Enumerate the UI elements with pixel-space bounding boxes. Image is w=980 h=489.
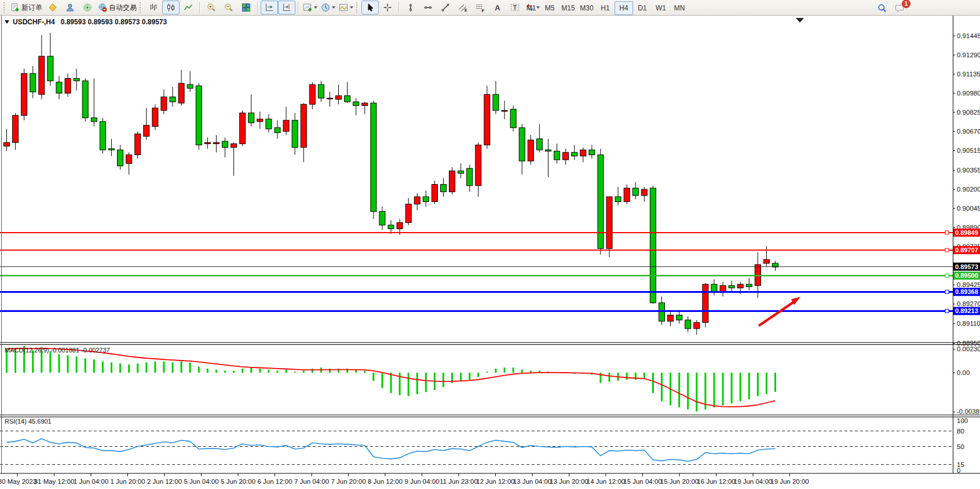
timeframe-button-w1[interactable]: W1 xyxy=(652,1,670,15)
macd-histogram-bar xyxy=(76,356,78,373)
periods-button[interactable] xyxy=(319,1,337,14)
candle-body-down xyxy=(388,225,394,229)
candle-body-up xyxy=(624,188,630,201)
rsi-axis-label: 50 xyxy=(957,443,964,450)
trendline-icon xyxy=(441,3,450,12)
channel-button[interactable]: E xyxy=(454,1,471,14)
price-line-badge-label: 0.89573 xyxy=(955,263,978,270)
auto-trading-button[interactable]: 自动交易 xyxy=(96,1,138,14)
auto-scroll-button[interactable] xyxy=(278,1,295,14)
hline-anchor[interactable] xyxy=(945,309,949,312)
macd-histogram-bar xyxy=(626,373,628,380)
candle-body-up xyxy=(703,284,708,322)
candle-body-down xyxy=(423,197,429,202)
macd-histogram-bar xyxy=(32,350,34,373)
crosshair-button[interactable] xyxy=(379,1,396,14)
candle-body-up xyxy=(476,145,481,186)
candle-body-down xyxy=(82,81,88,118)
timeframe-button-h4[interactable]: H4 xyxy=(615,1,633,15)
macd-histogram-bar xyxy=(609,373,610,382)
chat-button[interactable]: 1 xyxy=(891,1,908,15)
text-label-icon: T xyxy=(510,3,520,12)
hline-anchor[interactable] xyxy=(945,274,949,277)
new-order-label: 新订单 xyxy=(21,3,42,13)
indicator-list-button[interactable] xyxy=(44,1,61,14)
price-axis-label: 0.90515 xyxy=(957,147,980,154)
sonar-button[interactable] xyxy=(79,1,96,14)
chart-canvas[interactable]: 0.914450.912900.911350.909800.908250.906… xyxy=(0,16,980,489)
toolbar-right-icons: 1 xyxy=(873,1,908,15)
fibonacci-button[interactable]: F xyxy=(471,1,489,14)
timeframe-button-m1[interactable]: M1 xyxy=(522,1,540,15)
candle-body-up xyxy=(763,260,769,263)
price-axis-label: 0.90980 xyxy=(957,90,980,97)
candle-body-down xyxy=(510,109,516,128)
timeframe-button-m5[interactable]: M5 xyxy=(540,1,559,15)
price-axis-label: 0.89110 xyxy=(957,320,980,327)
zoom-out-button[interactable] xyxy=(220,1,237,14)
macd-axis-label: 0.002305 xyxy=(957,345,980,352)
search-button[interactable] xyxy=(873,1,891,15)
candle-body-down xyxy=(266,119,272,129)
time-axis-label: 7 Jun 20:00 xyxy=(331,478,365,485)
line-chart-button[interactable] xyxy=(180,1,197,14)
text-label-button[interactable]: T xyxy=(506,1,524,14)
price-line-badge-label: 0.89707 xyxy=(955,247,978,253)
hline-anchor[interactable] xyxy=(945,231,949,234)
macd-histogram-bar xyxy=(381,373,383,388)
zoom-in-button[interactable] xyxy=(203,1,220,14)
timeframe-button-m15[interactable]: M15 xyxy=(559,1,577,15)
vertical-line-button[interactable] xyxy=(402,1,419,14)
macd-histogram-bar xyxy=(163,362,164,373)
macd-histogram-bar xyxy=(364,370,365,373)
hline-anchor[interactable] xyxy=(945,248,949,252)
macd-histogram-bar xyxy=(687,373,689,410)
time-axis-label: 7 Jun 04:00 xyxy=(294,478,329,485)
timeframe-button-d1[interactable]: D1 xyxy=(633,1,652,15)
macd-histogram-bar xyxy=(408,373,409,396)
bar-chart-button[interactable] xyxy=(145,1,162,14)
timeframe-button-m30[interactable]: M30 xyxy=(577,1,596,15)
price-axis-label: 0.89270 xyxy=(957,300,980,307)
macd-histogram-bar xyxy=(286,370,287,373)
trendline-button[interactable] xyxy=(437,1,454,14)
timeframe-button-h1[interactable]: H1 xyxy=(596,1,615,15)
macd-histogram-bar xyxy=(661,373,663,401)
notification-badge: 1 xyxy=(902,0,910,8)
chart-symbol-period: USDCHF-,H4 xyxy=(13,18,55,26)
macd-histogram-bar xyxy=(635,373,637,380)
hline-anchor[interactable] xyxy=(945,290,949,293)
horizontal-line-button[interactable] xyxy=(419,1,437,14)
candle-body-up xyxy=(720,285,726,292)
candle-body-down xyxy=(118,150,123,166)
cursor-button[interactable] xyxy=(361,1,379,14)
timeframe-button-mn[interactable]: MN xyxy=(670,1,689,15)
macd-histogram-bar xyxy=(495,369,496,373)
candlestick-chart-button[interactable] xyxy=(162,1,180,14)
macd-axis-label: 0.00 xyxy=(957,369,970,376)
chart-menu-triangle-icon[interactable] xyxy=(5,20,9,24)
fibonacci-icon: F xyxy=(476,3,485,12)
candle-body-up xyxy=(213,142,219,144)
templates-button[interactable] xyxy=(337,1,355,14)
chart-shift-button[interactable] xyxy=(261,1,278,14)
add-indicator-button[interactable] xyxy=(301,1,319,14)
candle-body-up xyxy=(528,140,533,161)
macd-histogram-bar xyxy=(67,355,69,373)
text-button[interactable]: A xyxy=(489,1,506,14)
candle-body-down xyxy=(196,86,202,145)
tile-windows-button[interactable] xyxy=(237,1,255,14)
macd-histogram-bar xyxy=(85,358,86,373)
macd-histogram-bar xyxy=(713,373,715,407)
new-order-button[interactable]: 新订单 xyxy=(9,1,44,14)
time-axis-label: 11 Jun 23:00 xyxy=(440,478,478,485)
auto-scroll-icon xyxy=(282,3,291,12)
search-icon xyxy=(877,3,887,13)
macd-histogram-bar xyxy=(312,369,313,373)
candle-body-down xyxy=(275,128,280,133)
macd-histogram-bar xyxy=(486,372,488,373)
candle-body-up xyxy=(65,78,71,93)
price-line-badge-label: 0.89368 xyxy=(955,288,978,295)
price-axis-label: 0.90825 xyxy=(957,109,980,116)
profiles-button[interactable] xyxy=(61,1,79,14)
